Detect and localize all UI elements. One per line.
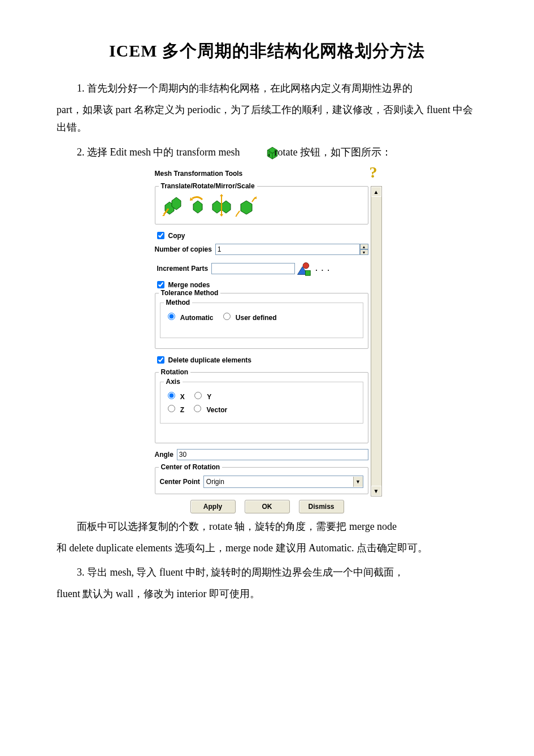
- paragraph-2a-text: 2. 选择 Edit mesh 中的 transform mesh: [77, 146, 240, 158]
- chevron-down-icon: ▼: [353, 477, 363, 487]
- method-title: Method: [164, 299, 193, 306]
- center-point-label: Center Point: [160, 478, 200, 486]
- paragraph-3b: 和 delete duplicate elements 选项勾上，merge n…: [57, 539, 477, 558]
- num-copies-spin-down[interactable]: ▼: [360, 249, 368, 255]
- center-of-rotation-title: Center of Rotation: [159, 463, 223, 471]
- mesh-transformation-panel: Mesh Transformation Tools ? Translate/Ro…: [151, 165, 383, 518]
- svg-point-19: [303, 263, 309, 269]
- merge-nodes-label: Merge nodes: [168, 281, 210, 289]
- axis-title: Axis: [164, 378, 183, 386]
- paragraph-3a: 面板中可以选择复制的个数，rotate 轴，旋转的角度，需要把 merge no…: [57, 518, 477, 536]
- angle-row: Angle: [155, 449, 368, 460]
- svg-marker-15: [241, 201, 252, 214]
- svg-marker-8: [193, 201, 202, 213]
- axis-vector-label: Vector: [207, 406, 228, 414]
- merge-nodes-checkbox[interactable]: [157, 281, 164, 288]
- help-icon[interactable]: ?: [370, 167, 380, 180]
- svg-marker-13: [220, 194, 223, 196]
- transform-mesh-icon: [244, 144, 261, 160]
- mirror-icon[interactable]: [210, 193, 233, 217]
- scale-icon[interactable]: [235, 193, 258, 217]
- num-copies-row: Number of copies ▲ ▼: [155, 244, 368, 255]
- scroll-down-icon[interactable]: ▼: [371, 486, 381, 496]
- transform-mode-group: Translate/Rotate/Mirror/Scale: [155, 186, 368, 224]
- copy-checkbox[interactable]: [157, 232, 164, 239]
- rotation-title: Rotation: [159, 368, 191, 376]
- ok-button[interactable]: OK: [245, 500, 290, 513]
- axis-z-radio[interactable]: [168, 405, 175, 412]
- paragraph-2b-text: ，rotate 按钮，如下图所示：: [264, 146, 391, 158]
- angle-input[interactable]: [177, 449, 368, 460]
- panel-scrollbar[interactable]: ▲ ▼: [371, 186, 382, 496]
- axis-x-radio[interactable]: [168, 392, 175, 399]
- axis-y-label: Y: [207, 393, 211, 401]
- scroll-up-icon[interactable]: ▲: [371, 187, 381, 197]
- panel-title: Mesh Transformation Tools: [155, 170, 243, 178]
- svg-marker-10: [212, 201, 222, 213]
- panel-button-row: Apply OK Dismiss: [151, 496, 383, 518]
- delete-duplicate-label: Delete duplicate elements: [168, 356, 251, 364]
- dismiss-button[interactable]: Dismiss: [299, 500, 344, 513]
- tolerance-method-title: Tolerance Method: [159, 289, 221, 297]
- copy-row: Copy: [155, 230, 368, 241]
- increment-parts-more-button[interactable]: . . .: [315, 265, 331, 273]
- method-automatic-label: Automatic: [180, 314, 214, 322]
- num-copies-spin-up[interactable]: ▲: [360, 244, 368, 249]
- svg-rect-20: [306, 271, 311, 276]
- increment-parts-input[interactable]: [211, 263, 295, 274]
- tolerance-method-group: Tolerance Method Method Automatic User d…: [155, 293, 368, 349]
- axis-z-label: Z: [180, 406, 184, 414]
- num-copies-input[interactable]: [215, 244, 360, 255]
- paragraph-4a: 3. 导出 mesh, 导入 fluent 中时, 旋转时的周期性边界会生成一个…: [57, 564, 477, 582]
- paragraph-2: 2. 选择 Edit mesh 中的 transform mesh ，rotat…: [57, 144, 477, 162]
- method-user-defined-label: User defined: [236, 314, 277, 322]
- paragraph-1b: part，如果该 part 名称定义为 periodic，为了后续工作的顺利，建…: [57, 101, 477, 137]
- method-group: Method Automatic User defined: [160, 303, 363, 338]
- axis-group: Axis X Y: [160, 382, 363, 424]
- select-parts-icon[interactable]: [295, 261, 312, 277]
- center-point-select[interactable]: Origin ▼: [203, 476, 363, 488]
- paragraph-4b: fluent 默认为 wall，修改为 interior 即可使用。: [57, 585, 477, 603]
- page-title: ICEM 多个周期的非结构化网格划分方法: [57, 40, 477, 63]
- transform-mode-title: Translate/Rotate/Mirror/Scale: [159, 182, 257, 190]
- svg-marker-11: [222, 201, 231, 213]
- transform-toolbar: [160, 192, 363, 219]
- increment-parts-row: Increment Parts . . .: [155, 261, 368, 277]
- rotate-icon[interactable]: [185, 193, 209, 217]
- svg-marker-14: [220, 214, 223, 217]
- angle-label: Angle: [155, 451, 173, 459]
- axis-x-label: X: [180, 393, 185, 401]
- center-point-value: Origin: [206, 478, 224, 486]
- axis-y-radio[interactable]: [194, 392, 202, 399]
- copy-label: Copy: [168, 232, 185, 240]
- method-automatic-radio[interactable]: [168, 313, 175, 320]
- paragraph-1a: 1. 首先划分好一个周期内的非结构化网格，在此网格内定义有周期性边界的: [57, 80, 477, 98]
- delete-duplicate-checkbox[interactable]: [157, 356, 164, 364]
- num-copies-label: Number of copies: [155, 245, 212, 253]
- axis-vector-radio[interactable]: [194, 405, 201, 412]
- delete-duplicate-row: Delete duplicate elements: [155, 355, 368, 365]
- increment-parts-label: Increment Parts: [157, 265, 209, 273]
- translate-icon[interactable]: [160, 193, 184, 217]
- center-of-rotation-group: Center of Rotation Center Point Origin ▼: [155, 467, 368, 494]
- rotation-group: Rotation Axis X Y: [155, 372, 368, 443]
- method-user-defined-radio[interactable]: [223, 313, 231, 320]
- apply-button[interactable]: Apply: [190, 500, 236, 513]
